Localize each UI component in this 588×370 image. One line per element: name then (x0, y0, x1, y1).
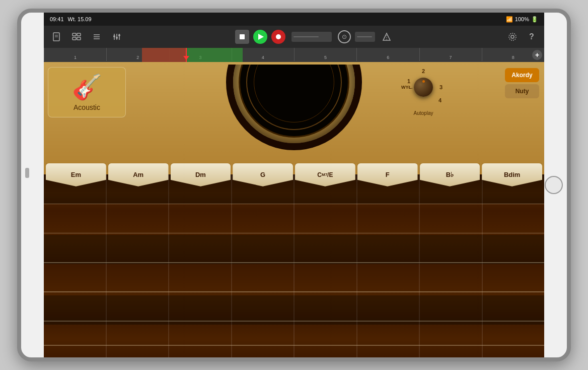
knob-label-1: 1 (407, 78, 410, 84)
chord-bdim[interactable]: Bdim (482, 163, 542, 187)
fret-lines (44, 174, 544, 357)
main-content: 🎸 Acoustic WYŁ. 2 3 (44, 62, 544, 357)
guitar-arc-container (218, 65, 370, 150)
play-icon (258, 34, 264, 40)
date-display: Wt. 15.09 (68, 16, 92, 22)
chord-bb[interactable]: B♭ (420, 163, 480, 187)
fret-2 (107, 174, 170, 357)
tempo-display[interactable] (291, 32, 332, 42)
instrument-name: Acoustic (74, 103, 100, 111)
chord-g[interactable]: G (233, 163, 293, 187)
fret-3 (169, 174, 232, 357)
guitar-icon: 🎸 (72, 73, 102, 101)
notes-mode-button[interactable]: Nuty (505, 84, 539, 98)
mixer-button[interactable] (109, 29, 124, 44)
record-button[interactable] (271, 30, 285, 44)
ruler-mark-7: 7 (419, 48, 482, 61)
svg-point-19 (509, 33, 516, 40)
toolbar-center: ⊙ (235, 29, 394, 44)
guitar-sound-hole (239, 65, 349, 138)
guitar-body-outer (226, 65, 362, 150)
help-button[interactable]: ? (524, 29, 539, 44)
metronome-button[interactable] (379, 29, 394, 44)
ruler-mark-5: 5 (294, 48, 356, 61)
autoplay-area: WYŁ. 2 3 4 1 Autoplay (403, 67, 444, 116)
knob-container[interactable]: WYŁ. 2 3 4 1 (403, 67, 444, 107)
screen: 09:41 Wt. 15.09 📶 100% 🔋 (44, 13, 544, 357)
status-right: 📶 100% 🔋 (506, 16, 538, 23)
svg-rect-5 (72, 37, 76, 40)
fret-8 (483, 174, 545, 357)
fretboard: Em Am Dm G CM7/E F B♭ Bdim (44, 174, 544, 357)
tempo-slider[interactable] (355, 32, 375, 42)
knob-label-1: 2 (422, 68, 425, 74)
timeline-bar[interactable]: 1 2 3 4 5 6 7 8 + (44, 48, 544, 62)
knob-label-3: 3 (439, 84, 443, 90)
toolbar: ⊙ ? (44, 26, 544, 48)
instrument-panel[interactable]: 🎸 Acoustic (48, 67, 126, 117)
play-button[interactable] (253, 30, 267, 44)
battery-icon: 🔋 (531, 16, 538, 23)
side-button[interactable] (25, 168, 29, 178)
knob-label-4: 4 (438, 97, 442, 103)
ruler-mark-4: 4 (232, 48, 294, 61)
chord-cm7e[interactable]: CM7/E (295, 163, 355, 187)
chord-em[interactable]: Em (46, 163, 106, 187)
svg-marker-16 (383, 33, 390, 40)
svg-point-15 (118, 34, 120, 36)
status-bar: 09:41 Wt. 15.09 📶 100% 🔋 (44, 13, 544, 26)
svg-rect-3 (72, 33, 76, 36)
toolbar-left (49, 29, 124, 44)
chord-keys-row: Em Am Dm G CM7/E F B♭ Bdim (44, 163, 544, 189)
wifi-icon: 📶 (506, 16, 513, 23)
new-file-button[interactable] (49, 29, 64, 44)
ruler-mark-6: 6 (356, 48, 419, 61)
chord-dm[interactable]: Dm (171, 163, 231, 187)
list-view-button[interactable] (89, 29, 104, 44)
fret-6 (357, 174, 420, 357)
autoplay-label: Autoplay (414, 110, 433, 116)
chords-mode-button[interactable]: Akordy (505, 68, 539, 82)
add-section-button[interactable]: + (532, 50, 542, 60)
chord-am[interactable]: Am (108, 163, 169, 187)
settings-button[interactable] (505, 29, 520, 44)
loop-button[interactable]: ⊙ (338, 30, 351, 43)
svg-rect-6 (77, 37, 81, 40)
ruler-mark-2: 2 (106, 48, 169, 61)
fret-5 (295, 174, 357, 357)
svg-point-14 (116, 37, 118, 39)
ruler: 1 2 3 4 5 6 7 8 (44, 48, 544, 62)
battery-display: 100% (515, 16, 529, 22)
fret-1 (44, 174, 107, 357)
toolbar-right: ? (505, 29, 539, 44)
knob-label-off: WYŁ. (401, 85, 413, 90)
time-display: 09:41 (50, 16, 64, 22)
stop-icon (240, 34, 245, 39)
record-icon (276, 34, 281, 39)
svg-rect-4 (77, 33, 81, 36)
knob-dot (422, 80, 425, 83)
svg-point-18 (511, 35, 514, 38)
ruler-mark-1: 1 (44, 48, 106, 61)
mode-buttons: Akordy Nuty (505, 68, 539, 98)
fret-4 (232, 174, 295, 357)
fret-7 (420, 174, 483, 357)
ipad-frame: 09:41 Wt. 15.09 📶 100% 🔋 (17, 9, 571, 361)
svg-point-13 (113, 35, 115, 37)
status-left: 09:41 Wt. 15.09 (50, 16, 92, 22)
tracks-view-button[interactable] (69, 29, 84, 44)
autoplay-knob[interactable] (414, 78, 433, 97)
ruler-mark-3: 3 (169, 48, 232, 61)
stop-button[interactable] (235, 30, 249, 44)
chord-f[interactable]: F (357, 163, 418, 187)
home-button[interactable] (545, 176, 563, 194)
